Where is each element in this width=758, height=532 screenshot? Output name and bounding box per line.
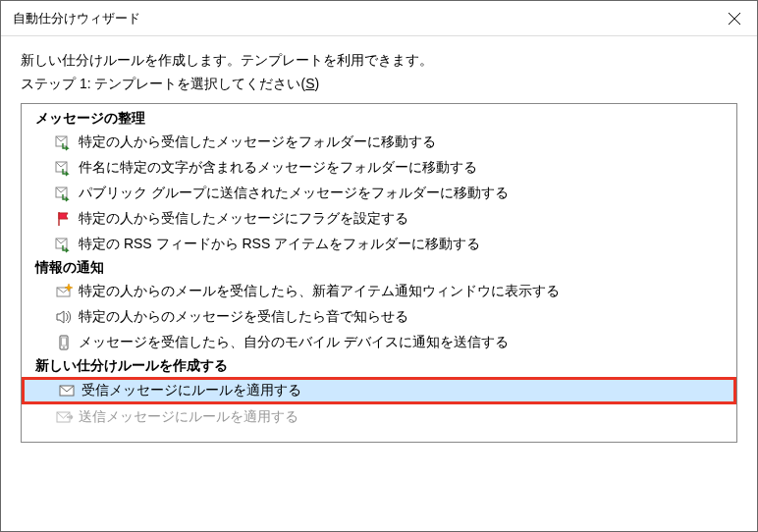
intro-text: 新しい仕分けルールを作成します。テンプレートを利用できます。 <box>21 52 737 70</box>
group-header-create: 新しい仕分けルールを作成する <box>22 355 736 377</box>
item-label: 特定の人から受信したメッセージをフォルダーに移動する <box>77 133 436 151</box>
content-area: 新しい仕分けルールを作成します。テンプレートを利用できます。 ステップ 1: テ… <box>1 36 757 443</box>
item-label: 特定の人からのメールを受信したら、新着アイテム通知ウィンドウに表示する <box>77 283 560 300</box>
template-item-move-group[interactable]: パブリック グループに送信されたメッセージをフォルダーに移動する <box>22 181 736 206</box>
item-label: パブリック グループに送信されたメッセージをフォルダーに移動する <box>77 185 509 202</box>
template-item-notify-window[interactable]: 特定の人からのメールを受信したら、新着アイテム通知ウィンドウに表示する <box>22 279 736 304</box>
template-item-move-subject[interactable]: 件名に特定の文字が含まれるメッセージをフォルダーに移動する <box>22 155 736 181</box>
titlebar: 自動仕分けウィザード <box>1 1 757 36</box>
template-item-notify-sound[interactable]: 特定の人からのメッセージを受信したら音で知らせる <box>22 304 736 330</box>
item-label: 特定の人から受信したメッセージにフラグを設定する <box>77 210 408 228</box>
move-folder-icon <box>55 133 77 151</box>
item-label: 特定の RSS フィードから RSS アイテムをフォルダーに移動する <box>77 236 480 253</box>
item-label: メッセージを受信したら、自分のモバイル デバイスに通知を送信する <box>77 334 509 351</box>
move-folder-icon <box>55 236 77 253</box>
close-icon <box>729 13 740 25</box>
move-folder-icon <box>55 159 77 177</box>
move-folder-icon <box>55 185 77 202</box>
new-mail-icon <box>55 283 77 300</box>
template-item-move-sender[interactable]: 特定の人から受信したメッセージをフォルダーに移動する <box>22 130 736 155</box>
item-label: 受信メッセージにルールを適用する <box>80 382 301 399</box>
sound-icon <box>55 308 77 326</box>
window-title: 自動仕分けウィザード <box>13 10 140 27</box>
mobile-icon <box>55 334 77 351</box>
close-button[interactable] <box>712 1 757 36</box>
group-header-notify: 情報の通知 <box>22 257 736 279</box>
flag-icon <box>55 210 77 228</box>
envelope-icon <box>58 382 80 399</box>
group-header-organize: メッセージの整理 <box>22 108 736 130</box>
template-item-flag-sender[interactable]: 特定の人から受信したメッセージにフラグを設定する <box>22 206 736 232</box>
svg-rect-10 <box>62 338 67 346</box>
step-label: ステップ 1: テンプレートを選択してください(S) <box>21 76 737 93</box>
template-listbox[interactable]: メッセージの整理 特定の人から受信したメッセージをフォルダーに移動する 件名に特… <box>21 103 737 443</box>
item-label: 送信メッセージにルールを適用する <box>77 408 298 426</box>
envelope-send-icon <box>55 408 77 426</box>
template-item-apply-incoming[interactable]: 受信メッセージにルールを適用する <box>22 377 736 404</box>
item-label: 特定の人からのメッセージを受信したら音で知らせる <box>77 308 408 326</box>
template-item-rss-move[interactable]: 特定の RSS フィードから RSS アイテムをフォルダーに移動する <box>22 232 736 257</box>
item-label: 件名に特定の文字が含まれるメッセージをフォルダーに移動する <box>77 159 477 177</box>
template-item-apply-outgoing[interactable]: 送信メッセージにルールを適用する <box>22 404 736 430</box>
template-item-notify-mobile[interactable]: メッセージを受信したら、自分のモバイル デバイスに通知を送信する <box>22 330 736 355</box>
svg-point-11 <box>63 346 65 348</box>
